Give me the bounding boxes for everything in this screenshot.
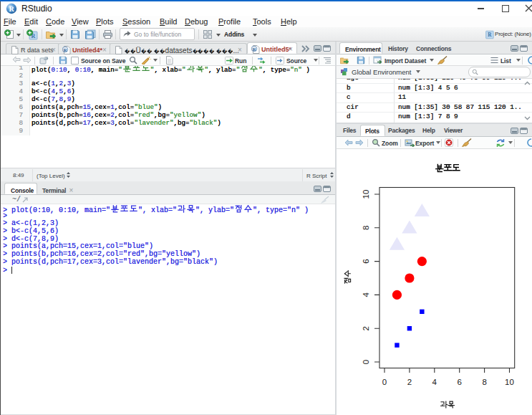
svg-text:2: 2 bbox=[407, 378, 412, 386]
svg-text:0: 0 bbox=[382, 378, 387, 386]
svg-text:0: 0 bbox=[362, 360, 370, 364]
svg-text:6: 6 bbox=[457, 378, 461, 386]
svg-text:2: 2 bbox=[362, 326, 370, 330]
svg-text:6: 6 bbox=[362, 259, 370, 263]
svg-text:8: 8 bbox=[362, 226, 370, 230]
svg-text:4: 4 bbox=[432, 378, 437, 386]
svg-text:8: 8 bbox=[482, 378, 486, 386]
svg-text:R: R bbox=[488, 32, 492, 38]
svg-text:R: R bbox=[9, 5, 14, 13]
svg-text:4: 4 bbox=[362, 292, 370, 297]
svg-text:10: 10 bbox=[362, 190, 370, 199]
svg-text:10: 10 bbox=[505, 378, 514, 386]
